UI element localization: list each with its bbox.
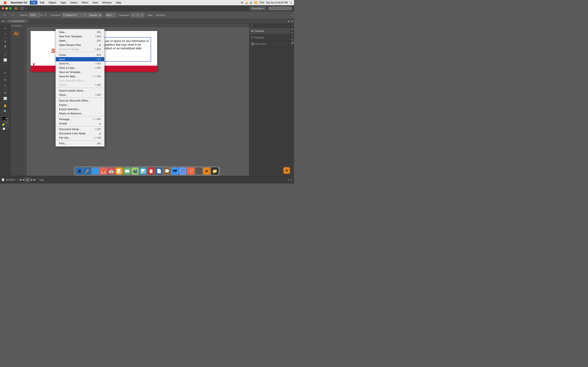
- gradient-icon[interactable]: ▦: [291, 28, 293, 30]
- menu-save-web[interactable]: Save for Web... ⌥⇧⌘S: [56, 74, 104, 78]
- zoom-tool[interactable]: 🔍: [2, 109, 9, 114]
- file-menu-item[interactable]: File: [30, 1, 37, 4]
- menu-save-as[interactable]: Save As... ⇧⌘S: [56, 61, 104, 66]
- menu-new-template[interactable]: New from Template... ⇧⌘N: [56, 34, 104, 39]
- menu-save[interactable]: Save ⌘S: [56, 57, 104, 61]
- menu-doc-color[interactable]: Document Color Mode: [56, 131, 104, 136]
- scale-tool[interactable]: ⤡: [2, 83, 9, 88]
- stroke-color[interactable]: [4, 118, 8, 122]
- font-style-select[interactable]: Regular: [87, 13, 102, 17]
- close-button[interactable]: [2, 7, 4, 9]
- dock-excel[interactable]: 📊: [139, 167, 147, 175]
- dock-music[interactable]: 🎵: [179, 167, 187, 175]
- app-name-menu[interactable]: Illustrator CC: [9, 1, 29, 4]
- dock-teams[interactable]: 💬: [163, 167, 171, 175]
- dock-finder[interactable]: 🖥: [76, 167, 83, 175]
- direct-selection-tool[interactable]: ↗: [2, 32, 9, 37]
- menu-scripts[interactable]: Scripts: [56, 121, 104, 125]
- align-right-btn[interactable]: ≡: [140, 13, 144, 17]
- dock-spotify[interactable]: 🎸: [187, 167, 195, 175]
- apple-menu[interactable]: 🍎: [2, 1, 8, 4]
- window-menu-item[interactable]: Window: [101, 1, 113, 4]
- tab-powerpoint[interactable]: ✕ PowerPoint...: [7, 19, 27, 23]
- menu-new[interactable]: New... ⌘N: [56, 30, 104, 34]
- dock-calendar[interactable]: 📅: [108, 167, 115, 175]
- right-panel-tab-paragraph[interactable]: ¶ Paragraph: [249, 34, 294, 41]
- dock-powerpoint[interactable]: 📋: [147, 167, 155, 175]
- scroll-left-btn[interactable]: ◀: [287, 179, 289, 181]
- slide-2[interactable]: Lots of space for any information or gra…: [96, 31, 157, 72]
- align-icon[interactable]: ⊞: [292, 38, 293, 41]
- slide-number-input[interactable]: [25, 178, 30, 182]
- menu-close[interactable]: Close ⌘W: [56, 53, 104, 57]
- search-input[interactable]: [268, 7, 292, 10]
- edit-menu-item[interactable]: Edit: [38, 1, 46, 4]
- opacity-expand-btn[interactable]: ▾: [41, 13, 42, 17]
- opacity-input[interactable]: [29, 13, 40, 17]
- fullscreen-button[interactable]: [9, 7, 11, 9]
- select-tool-btn[interactable]: ↖: [1, 12, 9, 18]
- line-tool[interactable]: ╱: [2, 52, 9, 57]
- align-left-btn[interactable]: ≡: [131, 13, 135, 17]
- menu-search-stock[interactable]: Search Adobe Stock...: [56, 89, 104, 93]
- fullscreen-btn[interactable]: ⬛: [6, 128, 8, 130]
- selection-tool[interactable]: ↖: [2, 26, 9, 31]
- stroke-icon[interactable]: ⬡: [291, 25, 293, 27]
- rotate-tool[interactable]: ↻: [2, 77, 9, 83]
- tab-close-btn[interactable]: ✕: [9, 20, 11, 22]
- options-icon[interactable]: ≡: [291, 14, 293, 17]
- next-slide-btn[interactable]: ▶: [31, 178, 33, 181]
- select-menu-item[interactable]: Select: [68, 1, 79, 4]
- slide2-textbox[interactable]: Lots of space for any information or gra…: [102, 37, 151, 62]
- first-slide-btn[interactable]: |◀: [19, 178, 21, 181]
- menu-place[interactable]: Place... ⇧⌘P: [56, 93, 104, 97]
- font-size-input[interactable]: [105, 13, 116, 17]
- dock-mail[interactable]: ✉️: [123, 167, 131, 175]
- dock-safari[interactable]: 🌐: [92, 167, 99, 175]
- dock-firefox[interactable]: 🦊: [100, 167, 107, 175]
- appearance-icon[interactable]: ◉: [291, 31, 293, 34]
- gradient-btn[interactable]: [2, 124, 5, 126]
- dock-finder-2[interactable]: 📁: [211, 167, 218, 175]
- zoom-display[interactable]: 85.38% ▾: [6, 178, 16, 181]
- ai-dock-icon[interactable]: Ai: [283, 167, 290, 174]
- menu-file-info[interactable]: File Info... ⌥⇧⌘I: [56, 136, 104, 140]
- last-slide-btn[interactable]: ▶|: [34, 178, 36, 181]
- prev-btn[interactable]: ◀: [1, 20, 3, 22]
- dock-launchpad[interactable]: 🚀: [84, 167, 91, 175]
- normal-screen-btn[interactable]: ⬜: [3, 128, 5, 130]
- object-menu-item[interactable]: Object: [47, 1, 58, 4]
- pen-tool[interactable]: ✏: [2, 39, 9, 44]
- search-icon[interactable]: 🔍: [289, 1, 292, 4]
- dock-facetime[interactable]: 📹: [131, 167, 139, 175]
- menu-export-selection[interactable]: Export Selection...: [56, 107, 104, 111]
- next-btn[interactable]: ▶: [4, 20, 5, 22]
- menu-doc-setup[interactable]: Document Setup... ⌥⌘P: [56, 127, 104, 131]
- type-tool[interactable]: T: [2, 44, 9, 50]
- menu-save-copy[interactable]: Save a Copy... ⌥⌘S: [56, 66, 104, 70]
- transform-icon[interactable]: ⟳: [292, 35, 293, 37]
- help-menu-item[interactable]: Help: [114, 1, 123, 4]
- links-icon[interactable]: 🔗: [291, 42, 294, 44]
- align-center-btn[interactable]: ≡: [136, 13, 140, 17]
- column-graph-tool[interactable]: 📊: [2, 96, 9, 101]
- effect-menu-item[interactable]: Effect: [80, 1, 90, 4]
- dock-word[interactable]: 📄: [155, 167, 163, 175]
- tab-expand-btn[interactable]: ▶: [288, 20, 290, 22]
- view-menu-item[interactable]: View: [91, 1, 100, 4]
- right-panel-tab-opentype[interactable]: O OpenType: [249, 41, 294, 47]
- dock-illustrator[interactable]: Ai: [203, 167, 210, 175]
- menu-export[interactable]: Export...: [56, 103, 104, 107]
- menu-save-office[interactable]: Save for Microsoft Office...: [56, 99, 104, 103]
- menu-share-behance[interactable]: Share on Behance...: [56, 111, 104, 116]
- scroll-right-btn[interactable]: ▶: [291, 179, 292, 181]
- right-panel-tab-character[interactable]: A Character: [249, 28, 294, 34]
- paintbrush-tool[interactable]: ⌒: [2, 64, 9, 70]
- direct-select-btn[interactable]: ↗: [9, 12, 16, 18]
- font-dropdown-icon[interactable]: ▾: [85, 14, 86, 16]
- zoom-dropdown-icon[interactable]: ▾: [14, 178, 16, 181]
- blending-mode-btn[interactable]: ◎: [43, 13, 47, 17]
- pencil-tool[interactable]: ✏: [2, 70, 9, 75]
- essentials-button[interactable]: Essentials ▾: [250, 7, 266, 10]
- rect-tool[interactable]: ⬜: [2, 57, 9, 63]
